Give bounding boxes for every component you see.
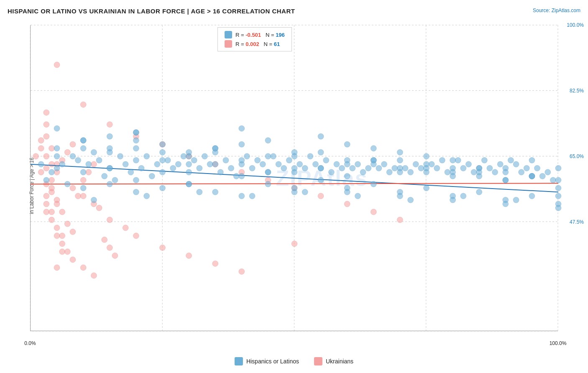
svg-point-227: [80, 146, 86, 151]
svg-point-165: [460, 165, 466, 171]
svg-point-66: [291, 241, 297, 247]
svg-point-239: [397, 169, 403, 175]
svg-point-244: [529, 173, 535, 179]
svg-point-132: [286, 157, 292, 163]
bottom-legend-ukrainian: Ukrainians: [314, 357, 353, 365]
svg-point-119: [217, 169, 223, 175]
svg-point-14: [59, 209, 65, 215]
svg-point-109: [165, 157, 171, 163]
svg-point-76: [43, 122, 49, 128]
svg-point-125: [249, 165, 255, 171]
svg-point-176: [519, 169, 524, 175]
svg-point-102: [128, 169, 134, 175]
svg-point-159: [429, 161, 435, 167]
svg-point-47: [38, 146, 44, 151]
x-tick-0: 0.0%: [24, 340, 36, 346]
legend-row-pink: R = 0.002 N = 61: [225, 40, 285, 48]
svg-point-43: [344, 201, 350, 207]
svg-point-93: [80, 169, 86, 175]
bottom-legend: Hispanics or Latinos Ukrainians: [235, 357, 353, 365]
svg-point-184: [54, 146, 60, 151]
svg-point-75: [38, 138, 44, 143]
legend-box: R = -0.501 N = 196 R = 0.002 N = 61: [217, 27, 292, 51]
svg-point-203: [450, 157, 456, 163]
svg-point-192: [265, 138, 271, 143]
svg-point-262: [529, 193, 535, 199]
svg-point-256: [371, 181, 376, 187]
svg-point-86: [43, 177, 49, 183]
svg-point-162: [445, 169, 450, 175]
svg-point-240: [424, 165, 429, 171]
svg-point-34: [107, 122, 112, 128]
svg-point-280: [408, 197, 414, 203]
svg-point-10: [38, 169, 44, 175]
svg-point-157: [418, 165, 424, 171]
svg-point-198: [54, 125, 60, 131]
svg-point-200: [371, 146, 376, 151]
svg-point-241: [450, 173, 456, 179]
svg-point-31: [43, 133, 49, 139]
svg-point-99: [112, 177, 118, 183]
svg-point-25: [43, 201, 49, 207]
svg-point-181: [545, 169, 551, 175]
svg-point-276: [197, 189, 202, 195]
svg-point-279: [355, 193, 360, 199]
svg-point-130: [276, 161, 281, 167]
svg-point-51: [80, 193, 86, 199]
y-tick-47: 47.5%: [570, 219, 584, 225]
svg-point-225: [555, 185, 561, 191]
svg-point-94: [86, 161, 92, 167]
svg-point-24: [112, 253, 118, 258]
svg-point-67: [49, 217, 54, 223]
svg-point-106: [149, 173, 155, 179]
svg-point-271: [450, 197, 456, 203]
svg-point-82: [54, 201, 60, 207]
svg-point-180: [539, 173, 545, 179]
svg-point-104: [138, 165, 144, 171]
svg-point-101: [123, 161, 128, 167]
svg-point-68: [59, 233, 65, 239]
svg-point-120: [223, 157, 229, 163]
svg-point-252: [265, 181, 271, 187]
svg-point-266: [186, 181, 192, 187]
svg-point-60: [43, 110, 49, 115]
svg-point-214: [265, 153, 271, 159]
legend-row-blue: R = -0.501 N = 196: [225, 31, 285, 38]
svg-point-144: [350, 165, 355, 171]
svg-point-226: [54, 153, 60, 159]
svg-point-114: [191, 157, 197, 163]
svg-point-182: [550, 177, 556, 183]
svg-point-80: [43, 193, 49, 199]
x-tick-100: 100.0%: [550, 340, 567, 346]
svg-point-69: [70, 257, 76, 263]
svg-point-268: [291, 185, 297, 191]
svg-point-234: [265, 169, 271, 175]
svg-point-26: [49, 185, 54, 191]
svg-point-65: [43, 165, 49, 171]
svg-point-269: [344, 189, 350, 195]
svg-point-32: [54, 62, 60, 68]
svg-point-208: [107, 133, 112, 139]
svg-point-277: [249, 193, 255, 199]
svg-point-183: [555, 165, 561, 171]
svg-point-17: [75, 193, 81, 199]
source-label: Source: ZipAtlas.com: [533, 8, 580, 13]
svg-point-229: [133, 138, 139, 143]
svg-point-174: [508, 157, 514, 163]
svg-point-54: [123, 225, 128, 231]
svg-point-42: [318, 193, 324, 199]
svg-point-100: [118, 153, 123, 159]
svg-point-46: [33, 153, 39, 159]
svg-point-21: [96, 205, 102, 211]
svg-point-112: [181, 153, 187, 159]
svg-point-199: [344, 141, 350, 147]
svg-point-142: [339, 165, 345, 171]
svg-point-141: [334, 161, 340, 167]
svg-point-242: [476, 169, 482, 175]
svg-point-272: [503, 201, 509, 207]
svg-point-81: [49, 146, 54, 151]
svg-point-64: [64, 249, 70, 255]
svg-point-282: [513, 197, 519, 203]
svg-point-57: [186, 253, 192, 258]
bottom-label-ukrainian: Ukrainians: [326, 358, 353, 365]
